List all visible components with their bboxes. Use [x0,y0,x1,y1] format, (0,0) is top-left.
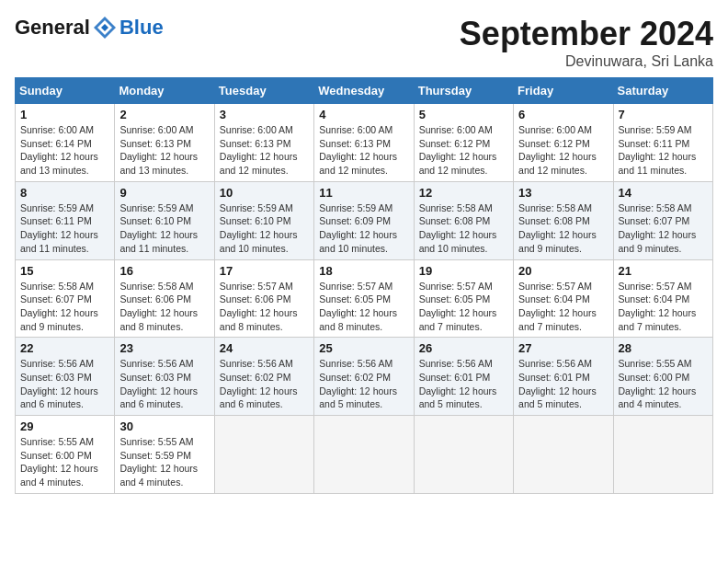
calendar-day-cell: 25 Sunrise: 5:56 AMSunset: 6:02 PMDaylig… [314,338,414,416]
day-detail: Sunrise: 6:00 AMSunset: 6:13 PMDaylight:… [319,124,397,176]
day-number: 1 [20,108,109,121]
calendar-week-row: 22 Sunrise: 5:56 AMSunset: 6:03 PMDaylig… [16,338,713,416]
day-number: 13 [518,186,608,200]
day-detail: Sunrise: 6:00 AMSunset: 6:13 PMDaylight:… [119,124,198,176]
calendar-day-cell: 10 Sunrise: 5:59 AMSunset: 6:10 PMDaylig… [214,181,313,259]
day-number: 7 [619,108,708,121]
location: Devinuwara, Sri Lanka [460,53,713,70]
day-number: 5 [419,108,508,121]
day-detail: Sunrise: 5:56 AMSunset: 6:01 PMDaylight:… [419,358,497,409]
day-number: 21 [619,264,708,278]
day-number: 15 [20,264,109,278]
day-detail: Sunrise: 5:57 AMSunset: 6:05 PMDaylight:… [419,281,497,332]
logo-blue: Blue [119,16,164,40]
weekday-header: Friday [514,78,613,104]
day-number: 3 [220,108,309,121]
logo-general: General [15,16,90,40]
calendar-day-cell: 15 Sunrise: 5:58 AMSunset: 6:07 PMDaylig… [16,259,115,338]
day-detail: Sunrise: 5:57 AMSunset: 6:05 PMDaylight:… [319,281,397,332]
day-number: 18 [319,264,408,278]
title-block: September 2024 Devinuwara, Sri Lanka [460,15,713,70]
weekday-header: Thursday [414,78,513,104]
day-detail: Sunrise: 5:58 AMSunset: 6:06 PMDaylight:… [119,281,198,332]
day-detail: Sunrise: 5:59 AMSunset: 6:09 PMDaylight:… [319,202,397,254]
day-detail: Sunrise: 5:58 AMSunset: 6:07 PMDaylight:… [619,202,697,254]
calendar-header-row: SundayMondayTuesdayWednesdayThursdayFrid… [16,78,713,104]
calendar-day-cell: 6 Sunrise: 6:00 AMSunset: 6:12 PMDayligh… [514,104,613,182]
calendar-day-cell: 1 Sunrise: 6:00 AMSunset: 6:14 PMDayligh… [16,104,115,182]
calendar-day-cell: 9 Sunrise: 5:59 AMSunset: 6:10 PMDayligh… [115,181,214,259]
day-detail: Sunrise: 5:56 AMSunset: 6:01 PMDaylight:… [518,358,597,409]
day-number: 20 [518,264,608,278]
day-detail: Sunrise: 5:58 AMSunset: 6:08 PMDaylight:… [419,202,497,254]
calendar-day-cell: 4 Sunrise: 6:00 AMSunset: 6:13 PMDayligh… [314,104,414,182]
day-number: 4 [319,108,408,121]
day-detail: Sunrise: 6:00 AMSunset: 6:12 PMDaylight:… [518,124,597,176]
weekday-header: Sunday [16,78,115,104]
day-number: 23 [119,341,209,355]
calendar-day-cell: 26 Sunrise: 5:56 AMSunset: 6:01 PMDaylig… [414,338,513,416]
day-number: 6 [518,108,608,121]
calendar-day-cell [414,416,513,494]
logo: General Blue [15,15,164,40]
day-number: 12 [419,186,508,200]
day-number: 28 [619,341,708,355]
calendar-day-cell: 13 Sunrise: 5:58 AMSunset: 6:08 PMDaylig… [514,181,613,259]
calendar-day-cell: 2 Sunrise: 6:00 AMSunset: 6:13 PMDayligh… [115,104,214,182]
calendar-day-cell: 21 Sunrise: 5:57 AMSunset: 6:04 PMDaylig… [613,259,712,338]
day-number: 22 [20,341,109,355]
weekday-header: Wednesday [314,78,414,104]
calendar-week-row: 8 Sunrise: 5:59 AMSunset: 6:11 PMDayligh… [16,181,713,259]
calendar-day-cell: 5 Sunrise: 6:00 AMSunset: 6:12 PMDayligh… [414,104,513,182]
day-number: 8 [20,186,109,200]
weekday-header: Monday [115,78,214,104]
calendar-day-cell: 12 Sunrise: 5:58 AMSunset: 6:08 PMDaylig… [414,181,513,259]
day-detail: Sunrise: 5:59 AMSunset: 6:10 PMDaylight:… [119,202,198,254]
day-detail: Sunrise: 5:57 AMSunset: 6:06 PMDaylight:… [220,281,298,332]
day-detail: Sunrise: 5:55 AMSunset: 6:00 PMDaylight:… [619,358,697,409]
calendar-day-cell: 3 Sunrise: 6:00 AMSunset: 6:13 PMDayligh… [214,104,313,182]
day-detail: Sunrise: 5:57 AMSunset: 6:04 PMDaylight:… [518,281,597,332]
day-number: 9 [119,186,209,200]
calendar-week-row: 29 Sunrise: 5:55 AMSunset: 6:00 PMDaylig… [16,416,713,494]
calendar-day-cell: 24 Sunrise: 5:56 AMSunset: 6:02 PMDaylig… [214,338,313,416]
calendar-day-cell: 29 Sunrise: 5:55 AMSunset: 6:00 PMDaylig… [16,416,115,494]
calendar-day-cell: 7 Sunrise: 5:59 AMSunset: 6:11 PMDayligh… [613,104,712,182]
day-number: 24 [220,341,309,355]
calendar-day-cell: 8 Sunrise: 5:59 AMSunset: 6:11 PMDayligh… [16,181,115,259]
calendar-day-cell [613,416,712,494]
calendar-day-cell [514,416,613,494]
day-number: 16 [119,264,209,278]
day-detail: Sunrise: 5:55 AMSunset: 6:00 PMDaylight:… [20,436,98,488]
logo-icon [92,15,118,40]
day-number: 30 [119,419,209,433]
day-number: 29 [20,419,109,433]
calendar-week-row: 1 Sunrise: 6:00 AMSunset: 6:14 PMDayligh… [16,104,713,182]
calendar-day-cell: 18 Sunrise: 5:57 AMSunset: 6:05 PMDaylig… [314,259,414,338]
day-number: 27 [518,341,608,355]
calendar-day-cell: 17 Sunrise: 5:57 AMSunset: 6:06 PMDaylig… [214,259,313,338]
day-detail: Sunrise: 5:56 AMSunset: 6:02 PMDaylight:… [319,358,397,409]
calendar-day-cell: 28 Sunrise: 5:55 AMSunset: 6:00 PMDaylig… [613,338,712,416]
month-title: September 2024 [460,15,713,53]
day-detail: Sunrise: 6:00 AMSunset: 6:13 PMDaylight:… [220,124,298,176]
day-detail: Sunrise: 6:00 AMSunset: 6:14 PMDaylight:… [20,124,98,176]
day-detail: Sunrise: 5:57 AMSunset: 6:04 PMDaylight:… [619,281,697,332]
weekday-header: Saturday [613,78,712,104]
calendar-day-cell: 16 Sunrise: 5:58 AMSunset: 6:06 PMDaylig… [115,259,214,338]
day-detail: Sunrise: 5:59 AMSunset: 6:11 PMDaylight:… [20,202,98,254]
day-detail: Sunrise: 5:59 AMSunset: 6:10 PMDaylight:… [220,202,298,254]
calendar-table: SundayMondayTuesdayWednesdayThursdayFrid… [15,77,713,494]
day-number: 11 [319,186,408,200]
calendar-day-cell [314,416,414,494]
page-header: General Blue September 2024 Devinuwara, … [15,15,713,70]
day-detail: Sunrise: 5:58 AMSunset: 6:07 PMDaylight:… [20,281,98,332]
calendar-day-cell: 19 Sunrise: 5:57 AMSunset: 6:05 PMDaylig… [414,259,513,338]
day-number: 14 [619,186,708,200]
calendar-day-cell [214,416,313,494]
day-detail: Sunrise: 5:55 AMSunset: 5:59 PMDaylight:… [119,436,198,488]
calendar-day-cell: 14 Sunrise: 5:58 AMSunset: 6:07 PMDaylig… [613,181,712,259]
calendar-week-row: 15 Sunrise: 5:58 AMSunset: 6:07 PMDaylig… [16,259,713,338]
day-detail: Sunrise: 5:58 AMSunset: 6:08 PMDaylight:… [518,202,597,254]
calendar-day-cell: 20 Sunrise: 5:57 AMSunset: 6:04 PMDaylig… [514,259,613,338]
